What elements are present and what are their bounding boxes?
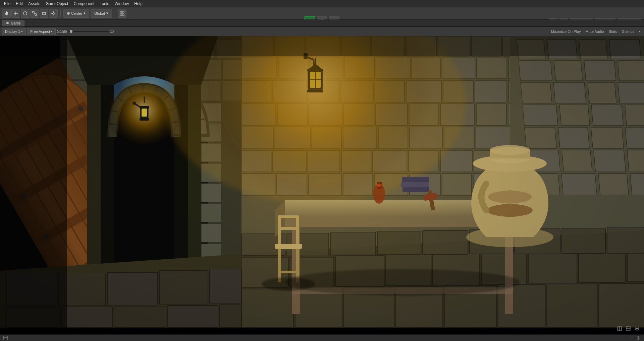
space-dropdown-icon: ▾ bbox=[106, 11, 108, 15]
display-dropdown-icon: ▾ bbox=[21, 30, 23, 33]
svg-rect-19 bbox=[122, 14, 124, 15]
menu-window[interactable]: Window bbox=[112, 1, 131, 7]
pivot-dropdown-icon: ▾ bbox=[84, 11, 86, 15]
game-viewport bbox=[0, 36, 644, 334]
aspect-label: Free Aspect bbox=[30, 29, 50, 33]
svg-rect-301 bbox=[3, 336, 7, 340]
space-btn[interactable]: Global ▾ bbox=[91, 9, 112, 18]
grid-btn[interactable] bbox=[118, 9, 126, 18]
svg-point-6 bbox=[23, 12, 27, 15]
scale-label: Scale bbox=[57, 29, 67, 34]
viewport-btn-2[interactable] bbox=[625, 326, 631, 332]
rotate-tool-btn[interactable] bbox=[21, 9, 30, 18]
scale-tool-btn[interactable] bbox=[30, 9, 39, 18]
aspect-selector[interactable]: Free Aspect ▾ bbox=[27, 28, 56, 35]
scene-svg bbox=[0, 36, 644, 328]
mute-audio-btn[interactable]: Mute Audio bbox=[584, 29, 605, 34]
svg-marker-4 bbox=[14, 13, 14, 14]
bottom-collapse-icon[interactable] bbox=[3, 335, 8, 341]
scale-value: 1x bbox=[110, 29, 114, 34]
svg-point-306 bbox=[638, 337, 639, 339]
svg-rect-292 bbox=[0, 36, 644, 328]
menu-help[interactable]: Help bbox=[131, 1, 145, 7]
move-tool-btn[interactable] bbox=[11, 9, 20, 18]
game-toolbar: Display 1 ▾ Free Aspect ▾ Scale 1x Maxim… bbox=[0, 27, 644, 36]
maximize-on-play-btn[interactable]: Maximize On Play bbox=[550, 29, 582, 34]
menu-file[interactable]: File bbox=[1, 1, 13, 7]
display-label: Display 1 bbox=[5, 29, 20, 33]
menu-component[interactable]: Component bbox=[71, 1, 97, 7]
rect-tool-btn[interactable] bbox=[40, 9, 48, 18]
separator-1 bbox=[60, 10, 61, 17]
menu-edit[interactable]: Edit bbox=[13, 1, 25, 7]
svg-rect-7 bbox=[33, 11, 34, 13]
viewport-btn-3[interactable] bbox=[634, 326, 640, 332]
svg-line-9 bbox=[34, 13, 35, 14]
svg-rect-17 bbox=[122, 11, 124, 13]
menu-gameobject[interactable]: GameObject bbox=[43, 1, 71, 7]
scale-container: Scale 1x bbox=[57, 29, 114, 34]
menu-assets[interactable]: Assets bbox=[25, 1, 43, 7]
main-content: 👁 Game Display 1 ▾ Free Aspect ▾ Scale 1… bbox=[0, 19, 644, 334]
bottom-settings-icon[interactable] bbox=[636, 335, 641, 341]
menu-tools[interactable]: Tools bbox=[97, 1, 112, 7]
svg-rect-18 bbox=[120, 14, 122, 15]
svg-rect-294 bbox=[0, 36, 644, 56]
game-tab[interactable]: 👁 Game bbox=[2, 20, 24, 26]
stats-btn[interactable]: Stats bbox=[607, 29, 619, 34]
pivot-btn[interactable]: Center ▾ bbox=[63, 9, 89, 18]
svg-rect-10 bbox=[42, 12, 46, 15]
svg-rect-16 bbox=[120, 11, 122, 13]
toolbar: Center ▾ Global ▾ ▶ ⏸ ⏭ Account ▾ bbox=[0, 7, 644, 19]
space-label: Global bbox=[94, 11, 105, 15]
transform-tool-btn[interactable] bbox=[49, 9, 58, 18]
svg-point-300 bbox=[636, 328, 638, 329]
toolbar-transform-tools bbox=[2, 9, 58, 18]
bottom-layers-icon[interactable] bbox=[629, 335, 634, 341]
bottom-bar bbox=[0, 334, 644, 341]
scale-track[interactable] bbox=[68, 31, 109, 32]
game-toolbar-right: Maximize On Play Mute Audio Stats Gizmos… bbox=[550, 29, 642, 34]
scale-thumb bbox=[70, 30, 72, 33]
game-tab-icon: 👁 bbox=[6, 21, 9, 25]
svg-marker-3 bbox=[15, 15, 16, 15]
gizmos-dropdown-btn[interactable]: ▾ bbox=[638, 29, 642, 34]
pivot-label: Center bbox=[71, 11, 82, 15]
display-selector[interactable]: Display 1 ▾ bbox=[2, 28, 26, 35]
game-canvas bbox=[0, 36, 644, 334]
svg-marker-2 bbox=[15, 11, 16, 12]
gizmos-btn[interactable]: Gizmos bbox=[621, 29, 636, 34]
tab-bar: 👁 Game bbox=[0, 19, 644, 27]
viewport-icons bbox=[616, 326, 640, 332]
svg-rect-8 bbox=[35, 14, 37, 15]
bottom-right bbox=[629, 335, 641, 341]
aspect-dropdown-icon: ▾ bbox=[51, 30, 53, 33]
svg-marker-5 bbox=[17, 13, 18, 14]
game-tab-label: Game bbox=[11, 21, 21, 25]
pivot-dot bbox=[67, 12, 70, 15]
separator-2 bbox=[115, 10, 115, 17]
svg-rect-293 bbox=[0, 36, 67, 328]
hand-tool-btn[interactable] bbox=[2, 9, 11, 18]
menu-bar: File Edit Assets GameObject Component To… bbox=[0, 0, 644, 7]
svg-point-11 bbox=[53, 13, 54, 14]
viewport-btn-1[interactable] bbox=[616, 326, 623, 332]
